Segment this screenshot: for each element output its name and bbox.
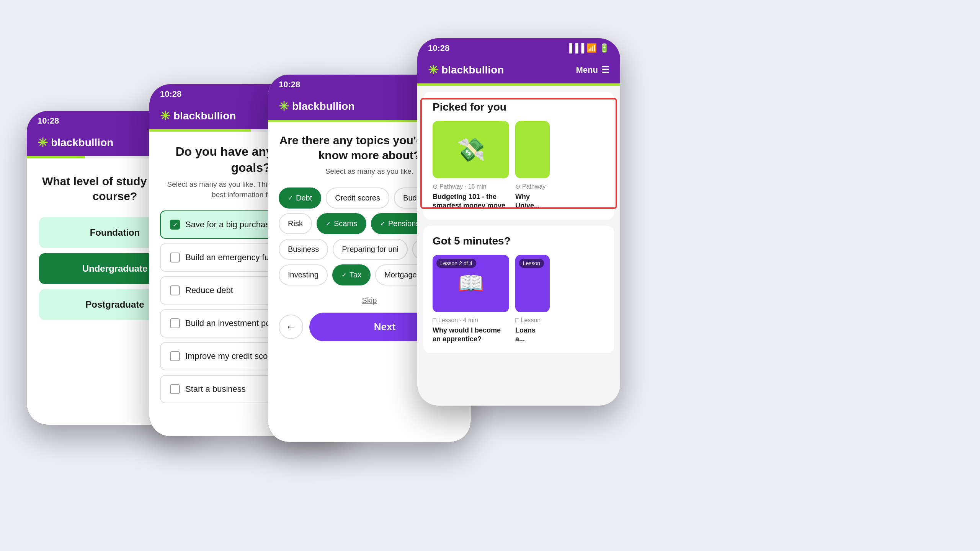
battery-icon-4: 🔋: [599, 43, 609, 53]
phone-dashboard: 10:28 ▐▐▐ 📶 🔋 ✳ blackbullion Menu ☰: [417, 38, 620, 406]
card-title-apprentice: Why would I become an apprentice?: [433, 326, 509, 344]
card-thumbnail-wrap-3: Lesson: [515, 255, 546, 312]
status-time-1: 10:28: [38, 116, 59, 126]
back-button-3[interactable]: ←: [279, 315, 303, 339]
brand-asterisk-1: ✳: [38, 135, 48, 150]
topic-tax[interactable]: ✓ Tax: [332, 264, 371, 285]
book-emoji-1: 📖: [458, 271, 484, 296]
status-bar-4: 10:28 ▐▐▐ 📶 🔋: [417, 38, 620, 58]
card-type-why-uni: Pathway: [522, 183, 546, 190]
brand-name-3: blackbullion: [292, 100, 354, 112]
card-type-loans: Lesson: [521, 317, 541, 324]
pathway-card-budgeting[interactable]: 💸 ⊙ Pathway · 16 min Budgeting 101 - the…: [433, 121, 509, 210]
menu-label: Menu: [576, 65, 598, 75]
card-title-why-uni: Why Unive...: [515, 192, 546, 210]
signal-icon-4: ▐▐▐: [566, 43, 584, 53]
got-5-minutes-section: Got 5 minutes? 📖 Lesson 2 of 4 □: [423, 226, 614, 353]
card-title-loans: Loans a...: [515, 326, 546, 344]
check-tax: ✓: [341, 271, 346, 279]
brand-name-2: blackbullion: [173, 110, 236, 122]
card-type-budgeting: Pathway · 16 min: [439, 183, 487, 190]
brand-4: ✳ blackbullion: [428, 63, 504, 77]
picked-for-you-title: Picked for you: [433, 101, 605, 113]
brand-asterisk-2: ✳: [160, 109, 170, 123]
picked-for-you-section: Picked for you 💸 ⊙ Pathway · 16 m: [423, 92, 614, 220]
card-meta-loans: □ Lesson: [515, 317, 546, 324]
topic-debt[interactable]: ✓ Debt: [279, 187, 321, 209]
checkbox-business: [170, 384, 180, 394]
checkbox-investment: [170, 318, 180, 328]
got-5-minutes-title: Got 5 minutes?: [433, 235, 605, 247]
check-debt: ✓: [288, 194, 293, 202]
goal-label-credit: Improve my credit score: [185, 351, 275, 361]
checkbox-credit: [170, 351, 180, 361]
brand-asterisk-4: ✳: [428, 63, 438, 77]
card-meta-budgeting: ⊙ Pathway · 16 min: [433, 183, 509, 190]
goal-label-business: Start a business: [185, 384, 246, 394]
status-time-2: 10:28: [160, 89, 181, 99]
got-5-minutes-cards: 📖 Lesson 2 of 4 □ Lesson · 4 min Why wou…: [433, 255, 605, 344]
goal-label-reduce-debt: Reduce debt: [185, 285, 233, 295]
status-time-4: 10:28: [428, 43, 449, 53]
lesson-icon-1: □: [433, 317, 436, 324]
card-type-apprentice: Lesson · 4 min: [438, 317, 478, 324]
money-emoji-1: 💸: [457, 136, 485, 163]
brand-name-1: blackbullion: [51, 137, 113, 149]
card-thumbnail-wrap-2: 📖 Lesson 2 of 4: [433, 255, 509, 312]
pathway-icon-2: ⊙: [515, 183, 520, 190]
brand-1: ✳ blackbullion: [38, 135, 113, 150]
brand-3: ✳ blackbullion: [279, 99, 354, 114]
topic-business[interactable]: Business: [279, 239, 328, 260]
menu-button[interactable]: Menu ☰: [576, 65, 609, 75]
nav-bar-4: ✳ blackbullion Menu ☰: [417, 58, 620, 83]
brand-name-4: blackbullion: [441, 64, 504, 76]
topic-scams[interactable]: ✓ Scams: [317, 213, 366, 234]
picked-for-you-cards: 💸 ⊙ Pathway · 16 min Budgeting 101 - the…: [433, 121, 605, 210]
card-thumbnail-why-uni: [515, 121, 550, 178]
wifi-icon-4: 📶: [586, 43, 597, 53]
card-title-budgeting: Budgeting 101 - the smartest money move: [433, 192, 509, 210]
pathway-card-why-uni[interactable]: ⊙ Pathway Why Unive...: [515, 121, 546, 210]
card-thumbnail-budgeting: 💸: [433, 121, 509, 178]
card-thumbnail-wrap-1: 💸: [433, 121, 509, 178]
pathway-icon-1: ⊙: [433, 183, 438, 190]
status-icons-4: ▐▐▐ 📶 🔋: [566, 43, 609, 53]
lesson-badge-loans: Lesson: [519, 259, 544, 268]
lesson-icon-2: □: [515, 317, 519, 324]
check-scams: ✓: [326, 220, 331, 227]
check-pensions: ✓: [380, 220, 385, 227]
lesson-badge-apprentice: Lesson 2 of 4: [436, 259, 476, 268]
topic-investing[interactable]: Investing: [279, 264, 328, 285]
card-meta-why-uni: ⊙ Pathway: [515, 183, 546, 190]
topic-preparing-for-uni[interactable]: Preparing for uni: [333, 239, 408, 260]
brand-2: ✳ blackbullion: [160, 109, 236, 123]
lesson-card-apprentice[interactable]: 📖 Lesson 2 of 4 □ Lesson · 4 min Why wou…: [433, 255, 509, 344]
scene: 10:28 ▐▐▐ 📶 🔋 ✳ blackbullion Log out: [0, 0, 980, 551]
checkbox-emergency: [170, 253, 180, 262]
topic-credit-scores[interactable]: Credit scores: [326, 187, 389, 209]
checkbox-save-travel: ✓: [170, 220, 180, 230]
brand-asterisk-3: ✳: [279, 99, 289, 114]
lesson-card-loans[interactable]: Lesson □ Lesson Loans a...: [515, 255, 546, 344]
card-meta-apprentice: □ Lesson · 4 min: [433, 317, 509, 324]
hamburger-icon: ☰: [601, 65, 609, 75]
checkbox-reduce-debt: [170, 285, 180, 295]
goal-label-emergency: Build an emergency fund: [185, 253, 278, 262]
dashboard-content: Picked for you 💸 ⊙ Pathway · 16 m: [417, 86, 620, 406]
status-time-3: 10:28: [279, 80, 300, 90]
topic-risk[interactable]: Risk: [279, 213, 312, 234]
